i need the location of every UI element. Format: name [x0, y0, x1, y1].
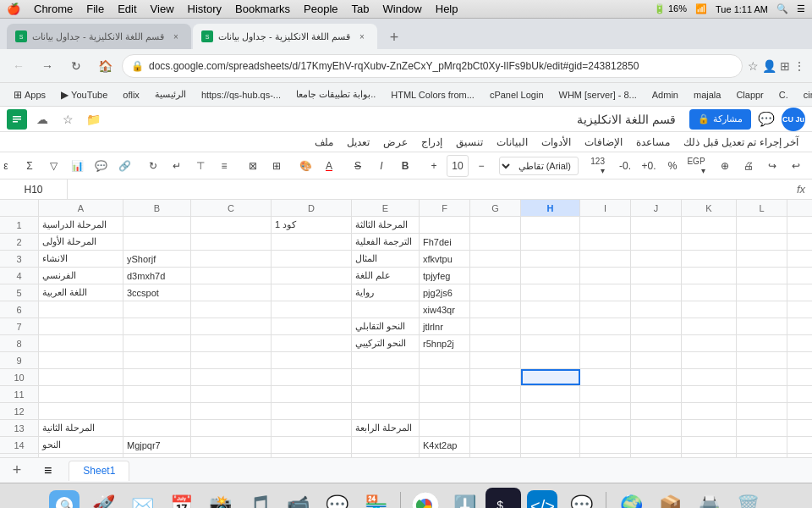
dock-facetime[interactable]: 📹 [280, 488, 315, 509]
cell-d3[interactable] [272, 251, 352, 267]
cell-f9[interactable] [420, 352, 470, 368]
col-header-a[interactable]: A [39, 200, 123, 216]
cell-a10[interactable] [39, 369, 123, 385]
wrap-button[interactable]: ↵ [166, 155, 188, 177]
dock-calendar[interactable]: 📅 [163, 488, 199, 509]
cell-g9[interactable] [470, 352, 521, 368]
cell-c13[interactable] [191, 420, 272, 436]
redo-button[interactable]: ↪ [761, 155, 783, 177]
cell-f3[interactable]: xfkvtpu [420, 251, 470, 267]
row-number[interactable]: 4 [0, 268, 39, 284]
col-header-g[interactable]: G [470, 200, 521, 216]
cell-k13[interactable] [682, 420, 737, 436]
bookmark-admin[interactable]: Admin [645, 86, 685, 104]
cell-j12[interactable] [631, 403, 682, 419]
cell-b5[interactable]: 3ccspot [123, 284, 191, 301]
cell-f2[interactable]: Fh7dei [420, 234, 470, 250]
cell-g11[interactable] [470, 386, 521, 402]
cell-a14[interactable]: النحو [39, 437, 123, 453]
dock-printer[interactable]: 🖨️ [691, 488, 727, 509]
cell-b13[interactable] [123, 420, 191, 436]
cell-c12[interactable] [191, 403, 272, 419]
cell-e11[interactable] [352, 386, 420, 402]
share-button[interactable]: 🔒 مشاركة [689, 109, 751, 130]
cell-c2[interactable] [191, 234, 272, 250]
font-color-button[interactable]: A [318, 155, 340, 177]
cell-k5[interactable] [682, 284, 737, 301]
cell-h2[interactable] [521, 234, 580, 250]
cell-h4[interactable] [521, 268, 580, 284]
cell-c4[interactable] [191, 268, 272, 284]
sheet-tab-list-icon[interactable]: ≡ [30, 461, 65, 481]
cell-j9[interactable] [631, 352, 682, 368]
bookmark-cinemana[interactable]: cinemana [797, 86, 812, 104]
cell-e12[interactable] [352, 403, 420, 419]
merge-button[interactable]: ⊠ [242, 155, 264, 177]
menu-addons[interactable]: الإضافات [578, 132, 629, 152]
align-button[interactable]: ≡ [213, 155, 235, 177]
cell-f10[interactable] [420, 369, 470, 385]
cell-e13[interactable]: المرحلة الرابعة [352, 420, 420, 436]
cell-b7[interactable] [123, 318, 191, 334]
cell-h14[interactable] [521, 437, 580, 453]
cell-c5[interactable] [191, 284, 272, 301]
cell-i10[interactable] [580, 369, 631, 385]
cell-f11[interactable] [420, 386, 470, 402]
cell-e1[interactable]: المرحلة الثالثة [352, 217, 420, 233]
dock-photos[interactable]: 📸 [202, 488, 238, 509]
cell-l9[interactable] [737, 352, 787, 368]
cell-f12[interactable] [420, 403, 470, 419]
strikethrough-button[interactable]: S [347, 155, 369, 177]
cell-f13[interactable] [420, 420, 470, 436]
cell-k6[interactable] [682, 301, 737, 318]
cell-h6[interactable] [521, 301, 580, 318]
cell-e8[interactable]: النحو التركيبي [352, 335, 420, 351]
cell-l10[interactable] [737, 369, 787, 385]
menu-format[interactable]: تنسيق [449, 132, 490, 152]
cell-g12[interactable] [470, 403, 521, 419]
menu-people[interactable]: People [304, 3, 337, 15]
move-icon[interactable]: 📁 [83, 109, 103, 130]
col-header-d[interactable]: D [272, 200, 352, 216]
cell-j11[interactable] [631, 386, 682, 402]
cell-c14[interactable] [191, 437, 272, 453]
add-sheet-button[interactable]: + [7, 461, 27, 481]
menu-view[interactable]: View [151, 3, 174, 15]
comment-button[interactable]: 💬 [90, 155, 112, 177]
dock-trash[interactable]: 🗑️ [730, 488, 765, 509]
cell-k12[interactable] [682, 403, 737, 419]
font-size-increase[interactable]: + [423, 155, 445, 177]
cell-j3[interactable] [631, 251, 682, 267]
cell-j5[interactable] [631, 284, 682, 301]
cell-i2[interactable] [580, 234, 631, 250]
cell-d7[interactable] [272, 318, 352, 334]
cell-d6[interactable] [272, 301, 352, 318]
cell-g5[interactable] [470, 284, 521, 301]
cell-l12[interactable] [737, 403, 787, 419]
menu-help[interactable]: Help [436, 3, 458, 15]
cell-f6[interactable]: xiw43qr [420, 301, 470, 318]
row-number[interactable]: 14 [0, 437, 39, 453]
cell-h7[interactable] [521, 318, 580, 334]
cell-b1[interactable] [123, 217, 191, 233]
cell-d4[interactable] [272, 268, 352, 284]
menu-edit[interactable]: Edit [118, 3, 136, 15]
cell-h11[interactable] [521, 386, 580, 402]
cell-e6[interactable] [352, 301, 420, 318]
row-number[interactable]: 3 [0, 251, 39, 267]
cell-c1[interactable] [191, 217, 272, 233]
bookmark-clappr[interactable]: Clappr [729, 86, 770, 104]
row-number[interactable]: 6 [0, 301, 39, 318]
cell-l14[interactable] [737, 437, 787, 453]
cell-l11[interactable] [737, 386, 787, 402]
tab-1-close[interactable]: × [169, 30, 183, 43]
cell-l5[interactable] [737, 284, 787, 301]
dock-finder[interactable]: 🔍 [47, 488, 82, 509]
cell-i8[interactable] [580, 335, 631, 351]
row-number[interactable]: 2 [0, 234, 39, 250]
app-name[interactable]: Chrome [34, 3, 73, 15]
valign-button[interactable]: ⊤ [189, 155, 211, 177]
cell-a13[interactable]: المرحلة الثانية [39, 420, 123, 436]
cell-i4[interactable] [580, 268, 631, 284]
menu-data[interactable]: البيانات [490, 132, 535, 152]
